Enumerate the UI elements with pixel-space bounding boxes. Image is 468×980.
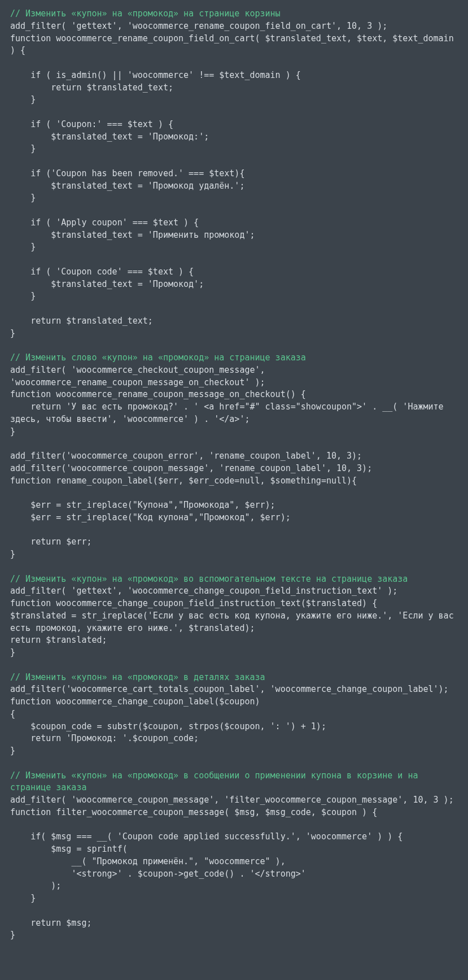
code-comment: // Изменить «купон» на «промокод» на стр… (10, 8, 281, 19)
code-text: add_filter('woocommerce_cart_totals_coup… (10, 684, 449, 756)
code-comment: // Изменить «купон» на «промокод» во всп… (10, 574, 408, 584)
code-text: add_filter( 'gettext', 'woocommerce_chan… (10, 586, 459, 657)
code-text: add_filter( 'gettext', 'woocommerce_rena… (10, 21, 459, 338)
code-text: add_filter( 'woocommerce_coupon_message'… (10, 795, 454, 940)
code-block: // Изменить «купон» на «промокод» на стр… (0, 0, 468, 953)
code-comment: // Изменить слово «купон» на «промокод» … (10, 352, 306, 363)
code-comment: // Изменить «купон» на «промокод» в сооб… (10, 770, 423, 793)
code-text: add_filter( 'woocommerce_checkout_coupon… (10, 365, 449, 559)
code-comment: // Изменить «купон» на «промокод» в дета… (10, 672, 265, 682)
